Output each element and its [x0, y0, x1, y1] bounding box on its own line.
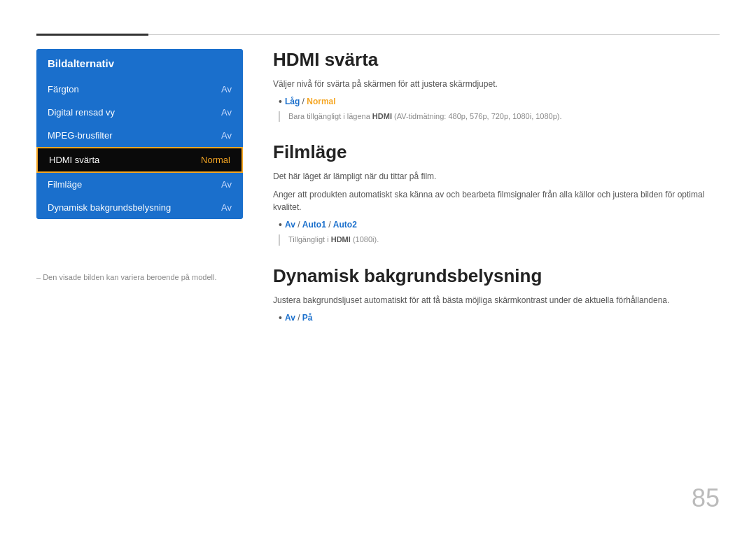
sidebar-item-filmlage-value: Av	[221, 179, 232, 190]
page-number: 85	[692, 484, 720, 513]
section-filmlage: Filmläge Det här läget är lämpligt när d…	[273, 141, 720, 245]
dynamisk-option-1-text: Av / På	[285, 313, 313, 323]
sidebar-item-fargton-value: Av	[221, 84, 232, 94]
section-hdmi-options: Låg / Normal	[279, 96, 720, 107]
sidebar-item-mpeg-brusfilter[interactable]: MPEG-brusfilter Av	[36, 124, 243, 147]
section-filmlage-desc1: Det här läget är lämpligt när du tittar …	[273, 170, 720, 183]
sidebar: Bildalternativ Färgton Av Digital rensad…	[36, 49, 243, 219]
sidebar-item-mpeg-label: MPEG-brusfilter	[48, 130, 112, 141]
sidebar-item-hdmi-svarta[interactable]: HDMI svärta Normal	[36, 147, 243, 173]
section-hdmi-svarta: HDMI svärta Väljer nivå för svärta på sk…	[273, 49, 720, 122]
sidebar-header: Bildalternativ	[36, 49, 243, 78]
sidebar-item-hdmi-value: Normal	[201, 155, 230, 165]
sidebar-item-fargton-label: Färgton	[48, 84, 79, 94]
dynamisk-option-1: Av / På	[279, 312, 720, 323]
section-dynamisk-desc: Justera bakgrundsljuset automatiskt för …	[273, 294, 720, 307]
top-line-dark	[36, 34, 148, 36]
top-line-light	[148, 34, 720, 35]
filmlage-option-1: Av / Auto1 / Auto2	[279, 219, 720, 230]
sidebar-item-fargton[interactable]: Färgton Av	[36, 78, 243, 101]
hdmi-option-1-text: Låg / Normal	[285, 97, 336, 106]
section-dynamisk: Dynamisk bakgrundsbelysning Justera bakg…	[273, 265, 720, 323]
section-dynamisk-options: Av / På	[279, 312, 720, 323]
section-hdmi-desc: Väljer nivå för svärta på skärmen för at…	[273, 78, 720, 90]
sidebar-note: – Den visade bilden kan variera beroende…	[36, 273, 216, 281]
hdmi-option-1: Låg / Normal	[279, 96, 720, 107]
sidebar-item-filmlage-label: Filmläge	[48, 179, 82, 190]
sidebar-item-dynamisk-value: Av	[221, 202, 232, 213]
main-content: HDMI svärta Väljer nivå för svärta på sk…	[273, 49, 720, 343]
section-hdmi-title: HDMI svärta	[273, 49, 720, 71]
sidebar-item-dynamisk[interactable]: Dynamisk bakgrundsbelysning Av	[36, 196, 243, 219]
section-filmlage-desc2: Anger att produkten automatiskt ska känn…	[273, 188, 720, 213]
sidebar-item-mpeg-value: Av	[221, 130, 232, 141]
section-dynamisk-title: Dynamisk bakgrundsbelysning	[273, 265, 720, 287]
sidebar-item-dynamisk-label: Dynamisk bakgrundsbelysning	[48, 202, 171, 213]
section-filmlage-title: Filmläge	[273, 141, 720, 163]
top-decorative-lines	[36, 34, 720, 36]
section-filmlage-options: Av / Auto1 / Auto2	[279, 219, 720, 230]
filmlage-note-1: Tillgängligt i HDMI (1080i).	[279, 234, 720, 245]
hdmi-note-1: Bara tillgängligt i lägena HDMI (AV-tidm…	[279, 111, 720, 122]
filmlage-option-1-text: Av / Auto1 / Auto2	[285, 220, 357, 230]
sidebar-item-digital-value: Av	[221, 107, 232, 118]
sidebar-item-hdmi-label: HDMI svärta	[49, 155, 99, 165]
sidebar-item-digital-label: Digital rensad vy	[48, 107, 115, 118]
sidebar-item-digital-rensad-vy[interactable]: Digital rensad vy Av	[36, 101, 243, 124]
sidebar-item-filmlage[interactable]: Filmläge Av	[36, 173, 243, 196]
